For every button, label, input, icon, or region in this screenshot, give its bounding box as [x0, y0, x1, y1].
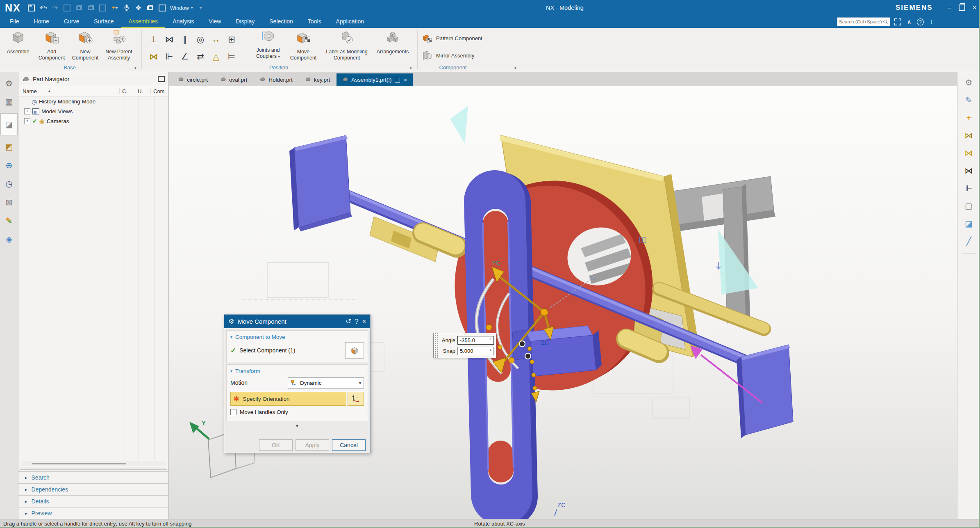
scrollbar-thumb[interactable] — [32, 463, 126, 464]
part-tab-circle-prt[interactable]: circle.prt — [172, 73, 214, 86]
angle-input[interactable]: -355.0 ° — [457, 336, 494, 345]
specify-orientation-field[interactable]: ✱ Specify Orientation — [230, 392, 346, 406]
tree-item-label[interactable]: Model Views — [41, 108, 73, 114]
position-group-caret-icon[interactable]: ▾ — [410, 66, 412, 70]
menu-item-home[interactable]: Home — [27, 16, 57, 28]
touch-mode-icon[interactable]: ❖ — [134, 3, 143, 13]
column-header-c[interactable]: C. — [119, 88, 135, 94]
constraint-navigator-button[interactable]: ◩ — [2, 140, 16, 154]
pivot-pin[interactable] — [519, 341, 525, 347]
navigator-horizontal-scrollbar[interactable] — [21, 461, 166, 466]
viewport-3d-scene[interactable]: YC ZC Y — [169, 86, 957, 519]
handle-ball[interactable] — [486, 325, 492, 330]
right-flange-plate[interactable] — [737, 345, 793, 438]
assembly-navigator-button[interactable]: ▦ — [2, 95, 16, 109]
fullscreen-icon[interactable] — [894, 18, 901, 25]
voice-command-icon[interactable] — [123, 3, 131, 13]
align-constraint-button[interactable]: ⋈ — [161, 31, 177, 48]
visual-reports-button[interactable]: ✎ — [2, 214, 16, 228]
dialog-close-icon[interactable]: × — [362, 318, 366, 325]
window-icon[interactable] — [158, 3, 166, 13]
snap-input[interactable]: 5.000 ° — [457, 347, 494, 355]
menu-item-selection[interactable]: Selection — [262, 16, 300, 28]
command-finder-icon[interactable]: ! — [928, 18, 935, 25]
menu-item-view[interactable]: View — [201, 16, 228, 28]
web-browser-button[interactable]: ⊕ — [2, 158, 16, 172]
pivot-pin[interactable] — [525, 353, 531, 359]
part-navigator-button[interactable]: ◪ — [0, 113, 18, 135]
sketch-tools-button[interactable]: ✎ — [961, 93, 977, 107]
minimize-ribbon-icon[interactable]: ∧ — [905, 18, 913, 26]
tree-row-history[interactable]: ◷History Modeling Mode — [18, 96, 168, 106]
copy-icon[interactable] — [75, 3, 83, 13]
menu-item-display[interactable]: Display — [228, 16, 262, 28]
part-tab-oval-prt[interactable]: oval.prt — [214, 73, 253, 86]
detach-tab-icon[interactable] — [395, 77, 400, 83]
select-component-label[interactable]: Select Component (1) — [239, 347, 295, 354]
dialog-title-bar[interactable]: ⚙ Move Component ↺ ? × — [224, 315, 370, 328]
mate-constraint-button[interactable]: ⋈ — [961, 164, 977, 178]
navigator-section-dependencies[interactable]: ▸Dependencies — [18, 483, 168, 495]
move-component-quick-icon[interactable]: +▾ — [111, 3, 119, 13]
graphics-window[interactable]: YC ZC Y — [169, 86, 957, 519]
menu-item-surface[interactable]: Surface — [86, 16, 121, 28]
parallel-constraint-button[interactable]: ∥ — [177, 31, 193, 48]
concentric-constraint-button[interactable]: ◎ — [193, 31, 208, 48]
center-constraint-button[interactable]: ⊩ — [961, 181, 977, 195]
column-header-comment[interactable]: Com — [150, 88, 168, 94]
base-group-caret-icon[interactable]: ▾ — [134, 66, 136, 70]
menu-item-tools[interactable]: Tools — [300, 16, 329, 28]
preferences-button[interactable]: ⚙ — [2, 76, 16, 90]
fix-constraint-button[interactable]: ⊞ — [224, 31, 239, 48]
paste-icon[interactable] — [87, 3, 95, 13]
label-as-modeling-button[interactable]: Label as Modeling Component — [322, 30, 371, 62]
navigator-section-preview[interactable]: ▸Preview — [18, 507, 168, 519]
new-parent-assembly-button[interactable]: New Parent Assembly — [103, 30, 134, 62]
mirror-assembly-button[interactable]: Mirror Assembly — [422, 49, 474, 62]
tree-item-label[interactable]: Cameras — [47, 118, 69, 124]
part-tab-key-prt[interactable]: key.prt — [299, 73, 336, 86]
left-shaft-collar[interactable] — [423, 232, 457, 247]
arrangements-button[interactable]: Arrangements — [374, 30, 412, 55]
csys-dialog-button[interactable] — [348, 392, 364, 406]
part-tab-assembly1-prt-[interactable]: Assembly1.prt(!)× — [337, 73, 413, 86]
component-to-move-header[interactable]: ▾ Component to Move — [230, 332, 364, 342]
cut-icon[interactable] — [63, 3, 71, 13]
bond-constraint-button[interactable]: ⋈ — [146, 48, 161, 65]
clearance-constraint-button[interactable]: ⊨ — [224, 48, 239, 65]
tree-item-label[interactable]: History Modeling Mode — [39, 98, 95, 105]
ok-button[interactable]: OK — [259, 439, 293, 451]
command-search[interactable] — [837, 17, 890, 26]
move-component-button[interactable]: Move Component — [288, 30, 319, 62]
dialog-collapse-chevron[interactable]: ▼ — [226, 423, 368, 430]
menu-item-curve[interactable]: Curve — [57, 16, 86, 28]
reset-icon[interactable]: ↺ — [346, 318, 351, 325]
transform-header[interactable]: ▾ Transform — [230, 366, 364, 376]
menu-item-application[interactable]: Application — [329, 16, 372, 28]
check-icon[interactable]: ✓ — [32, 118, 37, 124]
machine-tool-button[interactable]: ⚙ — [961, 75, 977, 89]
close-tab-icon[interactable]: × — [404, 76, 407, 83]
motion-dropdown[interactable]: Dynamic ▾ — [288, 377, 364, 389]
dialog-help-icon[interactable]: ? — [355, 318, 359, 325]
angle-constraint-button[interactable]: ∠ — [177, 48, 193, 65]
minimize-button[interactable]: – — [948, 4, 951, 12]
move-handles-checkbox[interactable] — [230, 409, 236, 415]
window-menu[interactable]: Window▾ — [170, 3, 193, 13]
menu-item-assemblies[interactable]: Assemblies — [121, 16, 166, 28]
undo-icon[interactable]: ↶▾ — [39, 3, 48, 13]
component-group-caret-icon[interactable]: ▾ — [514, 66, 516, 70]
column-header-u[interactable]: U. — [135, 88, 150, 94]
menu-item-analysis[interactable]: Analysis — [165, 16, 201, 28]
handle-ball[interactable] — [509, 357, 514, 363]
pattern-component-button[interactable]: Pattern Component — [422, 32, 482, 44]
show-component-button[interactable]: ▢ — [961, 199, 977, 213]
close-button[interactable]: × — [973, 4, 977, 12]
save-icon[interactable] — [27, 3, 36, 13]
expand-icon[interactable]: + — [24, 108, 30, 114]
touch-align-constraint-button[interactable]: ⊥ — [146, 31, 161, 48]
panel-splitter[interactable] — [20, 467, 167, 470]
roles-button[interactable]: ◈ — [2, 232, 16, 246]
cancel-button[interactable]: Cancel — [332, 439, 366, 451]
select-component-button[interactable] — [345, 342, 364, 359]
